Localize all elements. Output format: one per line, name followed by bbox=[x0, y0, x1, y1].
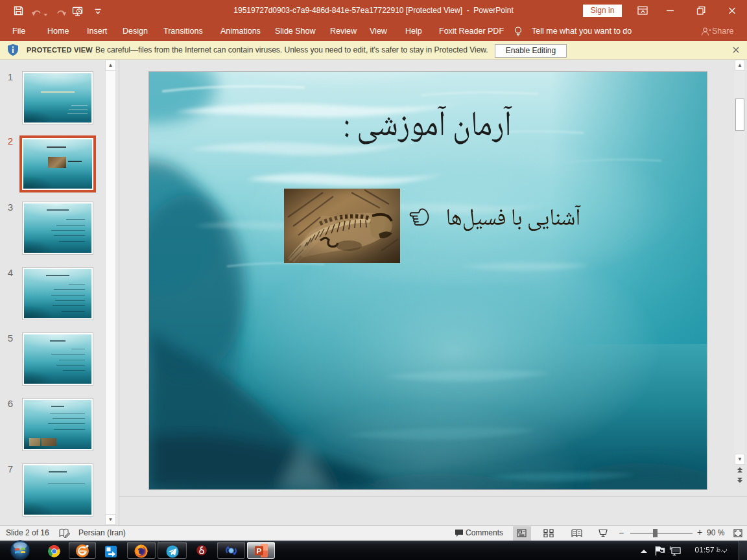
svg-text:P: P bbox=[256, 547, 261, 555]
